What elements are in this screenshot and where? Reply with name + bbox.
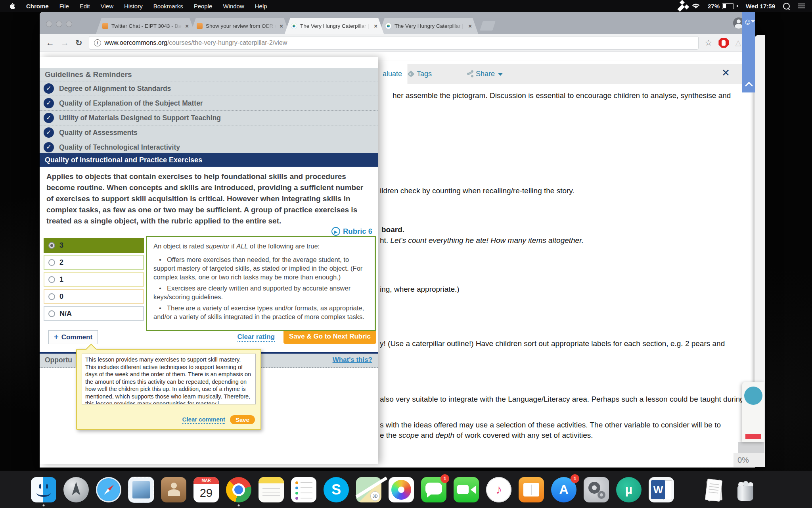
menu-view[interactable]: View xyxy=(101,3,113,10)
dock-ibooks[interactable] xyxy=(519,477,544,502)
rating-option-1[interactable]: 1 xyxy=(44,272,144,287)
dock-notes[interactable] xyxy=(259,477,284,502)
tab-twitter-chat[interactable]: Twitter Chat - EIPT 3043 - Bac × xyxy=(96,18,195,34)
chevron-up-icon[interactable] xyxy=(745,82,753,90)
dock-facetime[interactable] xyxy=(454,477,479,502)
notification-badge: 1 xyxy=(440,474,449,483)
address-bar[interactable]: i www.oercommons.org/courses/the-very-hu… xyxy=(89,36,699,50)
save-next-rubric-button[interactable]: Save & Go to Next Rubric xyxy=(283,329,376,344)
dock-safari[interactable] xyxy=(96,477,121,502)
menu-help[interactable]: Help xyxy=(255,3,267,10)
new-tab-button[interactable] xyxy=(480,21,496,31)
dock-photos[interactable] xyxy=(389,477,414,502)
rubric-item-explanation[interactable]: ✓ Quality of Explanation of the Subject … xyxy=(40,96,378,110)
page-info-icon[interactable]: i xyxy=(94,39,101,46)
rubric-item-assessments[interactable]: ✓ Quality of Assessments xyxy=(40,125,378,140)
close-evaluation-button[interactable]: ✕ xyxy=(722,67,730,79)
save-comment-button[interactable]: Save xyxy=(230,415,255,424)
tooltip-intro: An object is rated superior if ALL of th… xyxy=(153,242,368,250)
dock-calendar[interactable]: MAR 29 xyxy=(193,477,219,502)
rating-option-0[interactable]: 0 xyxy=(44,289,144,304)
radio-selected-icon[interactable] xyxy=(48,242,55,249)
tab-show-review[interactable]: Show your review from OER c × xyxy=(190,18,289,34)
add-comment-button[interactable]: + Comment xyxy=(48,330,98,344)
menu-bookmarks[interactable]: Bookmarks xyxy=(153,3,183,10)
tab-caterpillar-active[interactable]: The Very Hungry Caterpillar | O × xyxy=(285,18,384,34)
clear-rating-link[interactable]: Clear rating xyxy=(237,333,275,342)
tab-close-icon[interactable]: × xyxy=(468,23,472,29)
menu-window[interactable]: Window xyxy=(223,3,244,10)
dock-trash[interactable] xyxy=(733,477,758,502)
active-rubric-header[interactable]: Quality of Instructional and Practice Ex… xyxy=(40,153,378,167)
dock-launchpad[interactable] xyxy=(63,477,89,502)
radio-icon[interactable] xyxy=(48,259,55,266)
zoom-window-button[interactable] xyxy=(66,21,72,27)
tab-close-icon[interactable]: × xyxy=(374,23,377,29)
rubric-6-link[interactable]: ▶ Rubric 6 xyxy=(331,227,372,236)
dock-skype[interactable]: S xyxy=(324,477,349,502)
rating-option-na[interactable]: N/A xyxy=(44,306,144,321)
dock-contacts[interactable] xyxy=(161,477,186,502)
tab-title: Show your review from OER c xyxy=(206,23,276,29)
radio-icon[interactable] xyxy=(48,293,55,300)
dock-documents-stack[interactable] xyxy=(700,477,726,502)
dock-app-store[interactable]: 1 A xyxy=(551,477,576,502)
rating-option-2[interactable]: 2 xyxy=(44,255,144,270)
radio-icon[interactable] xyxy=(48,276,55,283)
rubric-item-alignment[interactable]: ✓ Degree of Alignment to Standards xyxy=(40,81,378,96)
reload-button[interactable]: ↻ xyxy=(75,38,82,48)
whats-this-link[interactable]: What's this? xyxy=(333,356,372,364)
adblock-extension-icon[interactable] xyxy=(718,38,729,48)
dock-music[interactable]: ♪ xyxy=(486,477,511,502)
page-text-fragment: also very suitable to integrate with the… xyxy=(380,395,744,404)
dock-system-preferences[interactable] xyxy=(584,477,609,502)
dock-word[interactable]: W xyxy=(649,477,674,502)
bookmark-star-icon[interactable]: ☆ xyxy=(705,38,712,48)
radio-icon[interactable] xyxy=(48,310,55,317)
minimize-window-button[interactable] xyxy=(56,21,62,27)
tab-close-icon[interactable]: × xyxy=(185,23,189,29)
menu-history[interactable]: History xyxy=(124,3,143,10)
back-button[interactable]: ← xyxy=(46,38,54,48)
feedback-widget[interactable]: ☺ xyxy=(742,12,755,92)
menu-file[interactable]: File xyxy=(59,3,69,10)
clear-comment-link[interactable]: Clear comment xyxy=(182,416,225,424)
tab-evaluate[interactable]: aluate xyxy=(377,64,408,84)
dock-chrome[interactable] xyxy=(226,477,251,502)
background-chart-card xyxy=(742,382,764,442)
comment-textarea[interactable]: This lesson provides many exercises to s… xyxy=(82,354,256,404)
dock-maps[interactable]: 3D xyxy=(356,477,381,502)
menu-edit[interactable]: Edit xyxy=(80,3,90,10)
extension-icon[interactable]: △ xyxy=(735,38,741,47)
battery-indicator[interactable]: 27% xyxy=(708,3,738,10)
tab-close-icon[interactable]: × xyxy=(280,23,283,29)
evaluation-rubric-panel: Guidelines & Reminders ✓ Degree of Align… xyxy=(40,57,378,464)
spotlight-search-icon[interactable] xyxy=(783,3,790,10)
safari-icon xyxy=(96,477,121,502)
share-icon xyxy=(467,73,469,75)
dock-reminders[interactable] xyxy=(291,477,316,502)
notification-center-icon[interactable] xyxy=(798,4,805,5)
menu-people[interactable]: People xyxy=(194,3,213,10)
tab-caterpillar-2[interactable]: The Very Hungry Caterpillar | O × xyxy=(379,18,478,34)
rating-option-3[interactable]: 3 xyxy=(44,238,144,253)
forward-button[interactable]: → xyxy=(61,38,69,48)
dropbox-icon[interactable] xyxy=(680,4,685,10)
dock-utorrent[interactable]: µ xyxy=(616,477,642,502)
share-button[interactable]: Share xyxy=(467,64,503,84)
apple-menu-icon[interactable] xyxy=(9,2,15,10)
dock-finder[interactable] xyxy=(31,477,56,502)
wifi-icon[interactable] xyxy=(692,3,700,9)
guidelines-header[interactable]: Guidelines & Reminders xyxy=(40,68,378,81)
close-window-button[interactable] xyxy=(46,21,52,27)
tags-button[interactable]: Tags xyxy=(408,64,432,84)
menubar-app-name[interactable]: Chrome xyxy=(26,3,49,10)
rubric-item-utility[interactable]: ✓ Utility of Materials Designed to Suppo… xyxy=(40,110,378,125)
menubar-clock[interactable]: Wed 17:59 xyxy=(746,3,775,10)
calendar-icon: MAR 29 xyxy=(193,477,219,502)
documents-icon xyxy=(700,477,726,502)
dock-messages[interactable]: 1 xyxy=(421,477,446,502)
rubric-item-interactivity[interactable]: ✓ Quality of Technological Interactivity xyxy=(40,140,378,154)
dock-mail[interactable] xyxy=(128,477,154,502)
rubric-description: Applies to objects that contain exercise… xyxy=(46,171,371,227)
